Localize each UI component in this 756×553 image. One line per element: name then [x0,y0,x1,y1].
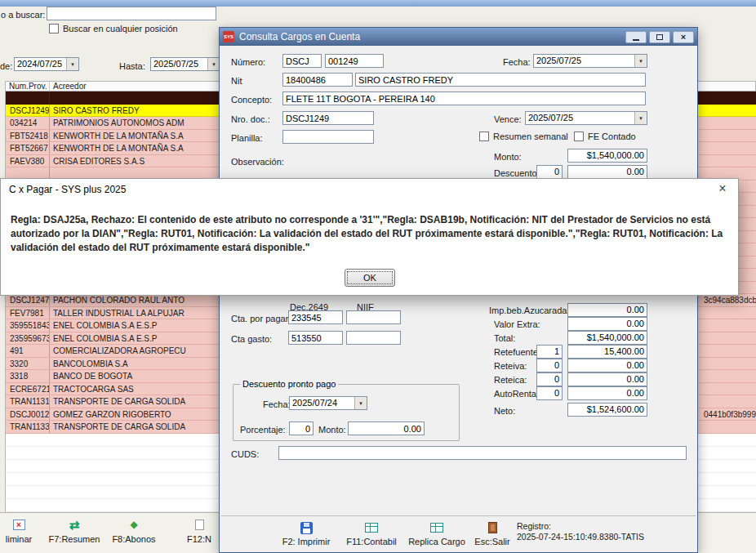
ledger-grid-icon [365,523,378,533]
nit-label: Nit [231,76,242,86]
registro-value: 2025-07-24-15:10:49.8380-TATIS [517,532,644,542]
cuds-input[interactable] [278,446,687,460]
numero-input[interactable] [325,54,384,68]
column-header-numprov[interactable]: Num.Prov. [6,82,50,91]
nrodoc-input[interactable] [282,111,374,125]
chevron-down-icon[interactable]: ▼ [634,55,647,67]
abonos-button[interactable]: ◆ F8:Abonos [108,516,160,544]
total-value: $1,540,000.00 [567,331,647,345]
ctagasto-niif-input[interactable] [346,331,401,345]
app-screen: o a buscar: Buscar en cualquier posición… [0,0,756,553]
ctapagar-input[interactable] [288,310,343,324]
payments-icon: ◆ [130,520,137,529]
maximize-icon [656,34,663,40]
minimize-button[interactable] [625,31,647,43]
nit-name-input[interactable] [355,73,646,87]
concepto-input[interactable] [282,91,646,105]
nrodoc-label: Nro. doc.: [231,114,270,124]
reteica-value: 0.00 [567,372,647,386]
print-save-icon [300,522,313,534]
charge-dialog-titlebar[interactable]: SYS Consulta Cargos en Cuenta × [220,28,697,46]
reteiva-label: Reteiva: [494,361,527,371]
document-icon [195,520,204,530]
concepto-label: Concepto: [231,95,272,105]
descuento1-value: 0.00 [567,165,647,179]
checkbox-box [49,24,59,33]
total-label: Total: [494,333,515,343]
salir-button[interactable]: Esc:Salir [463,520,522,546]
date-to-label: Hasta: [119,61,145,71]
f12-button[interactable]: F12:N [175,516,224,544]
vence-combo[interactable]: 2025/07/25 ▼ [525,111,647,125]
charge-dialog-toolbar: F2: Imprimir F11:Contabil Replica Cargo … [221,515,696,551]
fe-contado-checkbox[interactable]: FE Contado [574,132,636,141]
monto-label: Monto: [494,152,522,162]
close-icon[interactable]: × [712,181,733,197]
message-dialog-title: C x Pagar - SYS plus 2025 [9,184,126,195]
monto-value: $1,540,000.00 [567,149,647,163]
vence-label: Vence: [494,114,522,124]
resumen-button[interactable]: ⇄ F7:Resumen [47,516,101,544]
ctapagar-label: Cta. por pagar: [231,314,291,323]
descuento-pronto-pago-group: Descuento pronto pago Fecha: 2025/07/24 … [233,384,460,441]
ctapagar-niif-input[interactable] [346,310,401,324]
resumen-semanal-checkbox[interactable]: Resumen semanal [479,132,568,141]
message-dialog: C x Pagar - SYS plus 2025 × Regla: DSAJ2… [0,178,739,296]
reteiva-pct[interactable]: 0 [536,359,563,372]
replica-grid-icon [430,523,443,533]
retefuente-value: 15,400.00 [567,345,647,359]
main-window-titlebar [0,0,756,7]
ctagasto-label: Cta gasto: [231,334,272,344]
search-label: o a buscar: [1,10,45,20]
search-anywhere-checkbox[interactable]: Buscar en cualquier posición [49,24,178,33]
numero-label: Número: [231,57,265,67]
autorenta-pct[interactable]: 0 [536,386,563,400]
observacion-label: Observación: [231,157,284,167]
valorextra-label: Valor Extra: [494,319,540,329]
chevron-down-icon[interactable]: ▼ [354,397,367,409]
autorenta-value: 0.00 [567,386,647,400]
date-from-combo[interactable]: 2024/07/25 ▼ [14,57,79,71]
delete-icon: × [13,520,25,530]
chevron-down-icon[interactable]: ▼ [634,112,647,124]
dpp-fecha-combo[interactable]: 2025/07/24 ▼ [289,396,367,410]
date-from-label: de: [0,61,12,71]
minimize-icon [633,39,639,41]
ctagasto-input[interactable] [288,331,343,345]
message-body: Regla: DSAJ25a, Rechazo: El contenido de… [11,213,732,255]
chevron-down-icon[interactable]: ▼ [207,58,220,70]
dpp-porcentaje-input[interactable] [289,421,314,435]
impbeb-value: 0.00 [567,303,647,317]
ok-button[interactable]: OK [345,269,395,287]
replica-cargo-button[interactable]: Replica Cargo [407,520,466,546]
imprimir-button[interactable]: F2: Imprimir [277,520,336,546]
dpp-porcentaje-label: Porcentaje: [240,425,286,435]
dpp-monto-input[interactable] [348,421,425,435]
cufe-hash: 3c94ca883dcba4648 [704,296,756,305]
maximize-button[interactable] [649,31,670,43]
retefuente-label: Retefuente: [494,347,540,357]
fecha-label: Fecha: [503,57,531,67]
close-button[interactable]: × [673,31,694,43]
exit-door-icon [488,522,497,533]
reteica-pct[interactable]: 0 [536,372,563,386]
impbeb-label: Imp.beb.Azucaradas: [489,305,574,315]
summary-arrows-icon: ⇄ [69,519,80,531]
nit-input[interactable] [282,73,353,87]
cufe-hash: 0441b0f3b9993df7ba8 [704,410,756,419]
fecha-combo[interactable]: 2025/07/25 ▼ [533,54,647,68]
cuds-label: CUDS: [231,449,259,459]
planilla-input[interactable] [282,130,374,144]
checkbox-box [479,132,489,141]
planilla-label: Planilla: [231,133,263,143]
descuento1-pct[interactable]: 0 [536,165,563,179]
date-to-combo[interactable]: 2025/07/25 ▼ [150,57,220,71]
eliminar-button[interactable]: × liminar [0,516,38,544]
contabilizar-button[interactable]: F11:Contabil [342,520,401,546]
numero-prefix-input[interactable] [282,54,322,68]
chevron-down-icon[interactable]: ▼ [66,58,78,70]
search-input[interactable] [47,7,216,20]
reteiva-value: 0.00 [567,359,647,372]
retefuente-pct[interactable]: 1 [536,345,563,359]
dpp-fecha-label: Fecha: [263,399,291,409]
